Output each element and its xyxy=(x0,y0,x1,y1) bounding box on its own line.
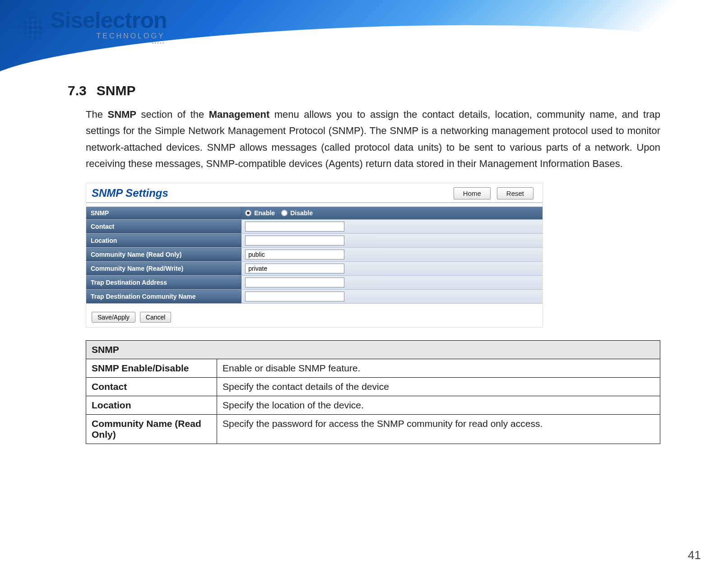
page-header-banner: Siselectron TECHNOLOGY ••••• xyxy=(0,0,728,72)
desc-term: Location xyxy=(86,396,217,415)
trap-address-input[interactable] xyxy=(245,278,344,287)
trap-community-input[interactable] xyxy=(245,292,344,301)
section-number: 7.3 xyxy=(68,83,87,98)
text-bold: Management xyxy=(209,109,269,120)
community-readwrite-input[interactable] xyxy=(245,264,344,273)
radio-label: Disable xyxy=(290,209,313,217)
desc-text: Specify the location of the device. xyxy=(217,396,660,415)
cancel-button[interactable]: Cancel xyxy=(140,312,172,323)
page-content: 7.3SNMP The SNMP section of the Manageme… xyxy=(0,72,728,444)
desc-table-header: SNMP xyxy=(86,341,660,359)
community-readonly-input[interactable] xyxy=(245,250,344,259)
reset-button[interactable]: Reset xyxy=(497,187,533,199)
table-row: Community Name (Read Only) Specify the p… xyxy=(86,415,660,444)
snmp-settings-panel: SNMP Settings Home Reset SNMP Enable Dis… xyxy=(86,183,543,328)
table-row: SNMP Enable/Disable Enable or disable SN… xyxy=(86,359,660,378)
desc-term: Contact xyxy=(86,378,217,396)
table-row: Contact Specify the contact details of t… xyxy=(86,378,660,396)
settings-form-table: SNMP Enable Disable Contact Location xyxy=(86,207,543,304)
row-label-contact: Contact xyxy=(86,220,241,234)
text-fragment: The xyxy=(86,109,107,120)
intro-paragraph: The SNMP section of the Management menu … xyxy=(86,106,660,172)
row-label-comm-rw: Community Name (Read/Write) xyxy=(86,262,241,276)
row-label-trap-comm: Trap Destination Community Name xyxy=(86,290,241,304)
logo-dots-icon xyxy=(14,11,42,39)
row-label-trap-addr: Trap Destination Address xyxy=(86,276,241,290)
page-number: 41 xyxy=(688,548,701,562)
logo: Siselectron TECHNOLOGY ••••• xyxy=(14,7,167,46)
row-label-location: Location xyxy=(86,234,241,248)
row-label-comm-ro: Community Name (Read Only) xyxy=(86,248,241,262)
logo-tagline: ••••• xyxy=(152,41,165,46)
home-button[interactable]: Home xyxy=(454,187,491,199)
desc-text: Specify the contact details of the devic… xyxy=(217,378,660,396)
snmp-enable-radio[interactable]: Enable xyxy=(245,209,275,217)
location-input[interactable] xyxy=(245,236,344,245)
text-fragment: section of the xyxy=(136,109,209,120)
text-bold: SNMP xyxy=(107,109,136,120)
description-table: SNMP SNMP Enable/Disable Enable or disab… xyxy=(86,340,660,444)
desc-text: Specify the password for access the SNMP… xyxy=(217,415,660,444)
desc-term: Community Name (Read Only) xyxy=(86,415,217,444)
radio-unchecked-icon xyxy=(281,210,287,216)
section-heading: 7.3SNMP xyxy=(68,83,660,98)
settings-title: SNMP Settings xyxy=(92,187,168,199)
logo-subtext: TECHNOLOGY xyxy=(97,32,165,40)
snmp-disable-radio[interactable]: Disable xyxy=(281,209,313,217)
desc-term: SNMP Enable/Disable xyxy=(86,359,217,378)
table-row: Location Specify the location of the dev… xyxy=(86,396,660,415)
radio-checked-icon xyxy=(245,210,251,216)
section-title: SNMP xyxy=(97,83,136,98)
desc-text: Enable or disable SNMP feature. xyxy=(217,359,660,378)
radio-label: Enable xyxy=(254,209,275,217)
settings-header: SNMP Settings Home Reset xyxy=(86,183,543,203)
contact-input[interactable] xyxy=(245,222,344,231)
row-label-snmp: SNMP xyxy=(86,207,241,220)
save-apply-button[interactable]: Save/Apply xyxy=(92,312,135,323)
logo-text: Siselectron xyxy=(50,9,167,32)
